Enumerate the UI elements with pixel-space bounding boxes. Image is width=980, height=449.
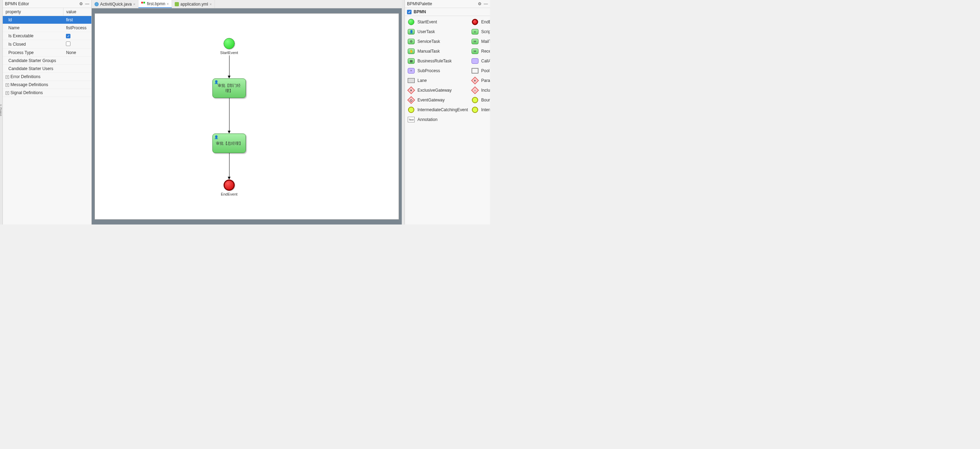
- bpmn-canvas[interactable]: StartEvent 👤 审批【部门经理】 👤 审批【总经理】: [94, 13, 399, 220]
- palette-item-label: InclusiveGateway: [481, 88, 490, 93]
- left-tool-gutter[interactable]: 1: Project 2: Structure BPMN Editor 2: F…: [0, 0, 3, 224]
- call-icon: [471, 57, 479, 65]
- end-event-circle[interactable]: [224, 179, 235, 191]
- flow-arrow[interactable]: [229, 56, 229, 76]
- palette-item-parallelgateway[interactable]: +ParallelGateway: [470, 76, 490, 85]
- palette-item-inclusivegateway[interactable]: ○InclusiveGateway: [470, 86, 490, 95]
- start-event-circle[interactable]: [224, 38, 235, 49]
- center-scrollbar[interactable]: [402, 0, 404, 224]
- arrow-head-icon: [228, 76, 231, 78]
- arrow-head-icon: [228, 177, 231, 179]
- editor-panel-header: BPMN Editor ⚙ —: [3, 0, 91, 8]
- palette-item-label: EventGateway: [417, 98, 445, 103]
- prop-row-closed[interactable]: Is Closed: [3, 40, 91, 49]
- user-task-box[interactable]: 👤 审批【总经理】: [212, 133, 246, 153]
- closed-checkbox[interactable]: [66, 41, 70, 46]
- error-definitions-row[interactable]: +Error Definitions: [3, 73, 91, 81]
- bpmn-palette-panel: BPMNPalette ⚙ — ✓ BPMN StartEventEndEven…: [404, 0, 490, 224]
- canvas-viewport[interactable]: StartEvent 👤 审批【部门经理】 👤 审批【总经理】: [92, 8, 402, 224]
- inclusive-icon: ○: [471, 87, 479, 94]
- palette-item-exclusivegateway[interactable]: ×ExclusiveGateway: [406, 86, 469, 95]
- palette-item-intermediatecatchingevent[interactable]: IntermediateCatchingEvent: [406, 105, 469, 114]
- palette-item-startevent[interactable]: StartEvent: [406, 17, 469, 27]
- prop-row-process-type[interactable]: Process Type None: [3, 49, 91, 57]
- tab-activiti-quick-java[interactable]: ActivitiQuick.java ×: [92, 0, 138, 8]
- palette-item-label: SubProcess: [417, 68, 440, 73]
- palette-item-label: StartEvent: [417, 19, 437, 24]
- palette-section-header[interactable]: ✓ BPMN: [405, 8, 490, 16]
- user-task-2-node[interactable]: 👤 审批【总经理】: [212, 133, 246, 153]
- palette-item-label: BoundaryEvent: [481, 98, 490, 103]
- user-task-1-node[interactable]: 👤 审批【部门经理】: [212, 78, 246, 98]
- gear-icon[interactable]: ⚙: [79, 2, 83, 6]
- palette-item-label: BusinessRuleTask: [417, 59, 452, 63]
- palette-item-mailtask[interactable]: ✉MailTask: [470, 37, 490, 46]
- expand-icon[interactable]: +: [6, 91, 9, 95]
- mail-icon: ✉: [471, 38, 479, 45]
- minimize-icon[interactable]: —: [85, 2, 89, 6]
- exclusive-icon: ×: [407, 87, 415, 94]
- editor-tabs: ActivitiQuick.java × first.bpmn × applic…: [92, 0, 402, 8]
- message-definitions-row[interactable]: +Message Definitions: [3, 81, 91, 89]
- properties-table: property value Id first Name fistProcess…: [3, 8, 91, 97]
- prop-row-executable[interactable]: Is Executable ✓: [3, 32, 91, 40]
- prop-row-starter-users[interactable]: Candidate Starter Users: [3, 65, 91, 73]
- palette-item-manualtask[interactable]: ✋ManualTask: [406, 47, 469, 56]
- throw-icon: [471, 106, 479, 113]
- anno-icon: Text: [407, 116, 415, 123]
- palette-item-endevent[interactable]: EndEvent: [470, 17, 490, 27]
- flow-arrow[interactable]: [229, 153, 229, 178]
- expand-icon[interactable]: +: [6, 75, 9, 79]
- close-icon[interactable]: ×: [167, 2, 169, 6]
- palette-item-callactivitytask[interactable]: CallActivityTask: [470, 57, 490, 65]
- signal-definitions-row[interactable]: +Signal Definitions: [3, 89, 91, 97]
- expand-icon[interactable]: +: [6, 83, 9, 87]
- lane-icon: [407, 77, 415, 84]
- user-task-box[interactable]: 👤 审批【部门经理】: [212, 78, 246, 98]
- sub-icon: +: [407, 67, 415, 74]
- gear-icon[interactable]: ⚙: [478, 2, 482, 6]
- tab-first-bpmn[interactable]: first.bpmn ×: [138, 0, 172, 8]
- palette-item-usertask[interactable]: 👤UserTask: [406, 27, 469, 36]
- palette-item-label: IntermediateThrowingEvent: [481, 107, 490, 112]
- arrow-head-icon: [228, 131, 231, 133]
- editor-panel-title: BPMN Editor: [5, 2, 29, 6]
- palette-item-label: ServiceTask: [417, 39, 440, 44]
- palette-item-lane[interactable]: Lane: [406, 76, 469, 85]
- palette-item-scripttask[interactable]: ≡ScriptTask: [470, 27, 490, 36]
- gutter-project[interactable]: 1: Project: [0, 104, 2, 120]
- palette-grid: StartEventEndEvent👤UserTask≡ScriptTask⚙S…: [405, 16, 490, 125]
- start-event-node[interactable]: StartEvent: [219, 38, 240, 55]
- section-checkbox[interactable]: ✓: [407, 10, 412, 14]
- close-icon[interactable]: ×: [210, 2, 212, 6]
- receive-icon: ✉: [471, 48, 479, 55]
- close-icon[interactable]: ×: [133, 2, 135, 6]
- col-property[interactable]: property: [3, 8, 63, 16]
- palette-item-businessruletask[interactable]: ▦BusinessRuleTask: [406, 57, 469, 65]
- tab-application-yml[interactable]: application.yml ×: [172, 0, 215, 8]
- palette-item-label: Annotation: [417, 117, 438, 122]
- palette-panel-header: BPMNPalette ⚙ —: [405, 0, 490, 8]
- palette-item-boundaryevent[interactable]: BoundaryEvent: [470, 95, 490, 105]
- flow-arrow[interactable]: [229, 98, 229, 132]
- palette-item-label: ParallelGateway: [481, 78, 490, 83]
- prop-row-name[interactable]: Name fistProcess: [3, 24, 91, 32]
- col-value[interactable]: value: [63, 8, 91, 16]
- palette-item-servicetask[interactable]: ⚙ServiceTask: [406, 37, 469, 46]
- script-icon: ≡: [471, 28, 479, 35]
- palette-item-label: ExclusiveGateway: [417, 88, 452, 93]
- palette-item-label: IntermediateCatchingEvent: [417, 107, 468, 112]
- palette-item-pool[interactable]: Pool: [470, 66, 490, 75]
- palette-item-intermediatethrowingevent[interactable]: IntermediateThrowingEvent: [470, 105, 490, 114]
- prop-row-id[interactable]: Id first: [3, 16, 91, 24]
- minimize-icon[interactable]: —: [484, 2, 488, 6]
- palette-item-eventgateway[interactable]: ◇EventGateway: [406, 95, 469, 105]
- palette-item-subprocess[interactable]: +SubProcess: [406, 66, 469, 75]
- palette-item-receivetask[interactable]: ✉ReceiveTask: [470, 47, 490, 56]
- prop-row-starter-groups[interactable]: Candidate Starter Groups: [3, 57, 91, 65]
- executable-checkbox[interactable]: ✓: [66, 34, 70, 38]
- service-icon: ⚙: [407, 38, 415, 45]
- palette-item-label: EndEvent: [481, 19, 490, 24]
- palette-item-annotation[interactable]: TextAnnotation: [406, 115, 469, 124]
- end-event-node[interactable]: EndEvent: [219, 179, 240, 196]
